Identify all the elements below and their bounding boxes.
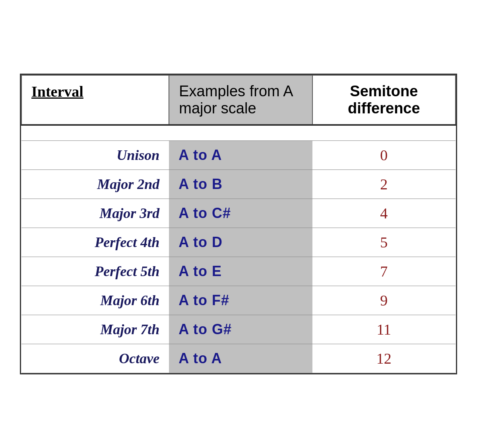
- semitone-cell: 7: [312, 257, 456, 286]
- examples-cell: A to B: [169, 170, 312, 199]
- interval-cell: Unison: [21, 141, 169, 170]
- semitone-cell: 2: [312, 170, 456, 199]
- semitone-cell: 11: [312, 315, 456, 344]
- semitone-cell: 5: [312, 228, 456, 257]
- music-intervals-table: Interval Examples from A major scale Sem…: [20, 74, 457, 375]
- examples-cell: A to D: [169, 228, 312, 257]
- interval-cell: Major 3rd: [21, 199, 169, 228]
- table-row: Perfect 5th A to E 7: [21, 257, 456, 286]
- semitone-cell: 9: [312, 286, 456, 315]
- interval-cell: Octave: [21, 344, 169, 373]
- interval-cell: Perfect 4th: [21, 228, 169, 257]
- header-interval: Interval: [21, 75, 169, 125]
- table-row: Major 2nd A to B 2: [21, 170, 456, 199]
- table-header-row: Interval Examples from A major scale Sem…: [21, 75, 456, 125]
- examples-cell: A to G#: [169, 315, 312, 344]
- interval-cell: Major 7th: [21, 315, 169, 344]
- table-row: Octave A to A 12: [21, 344, 456, 373]
- table-row: Major 6th A to F# 9: [21, 286, 456, 315]
- examples-cell: A to F#: [169, 286, 312, 315]
- header-examples: Examples from A major scale: [169, 75, 312, 125]
- semitone-cell: 0: [312, 141, 456, 170]
- spacer-row: [21, 125, 456, 141]
- examples-cell: A to A: [169, 344, 312, 373]
- table-row: Perfect 4th A to D 5: [21, 228, 456, 257]
- examples-cell: A to C#: [169, 199, 312, 228]
- header-semitone: Semitone difference: [312, 75, 456, 125]
- table-row: Major 3rd A to C# 4: [21, 199, 456, 228]
- interval-cell: Major 6th: [21, 286, 169, 315]
- interval-cell: Major 2nd: [21, 170, 169, 199]
- interval-cell: Perfect 5th: [21, 257, 169, 286]
- semitone-cell: 4: [312, 199, 456, 228]
- semitone-cell: 12: [312, 344, 456, 373]
- examples-cell: A to E: [169, 257, 312, 286]
- table-row: Major 7th A to G# 11: [21, 315, 456, 344]
- table-row: Unison A to A 0: [21, 141, 456, 170]
- examples-cell: A to A: [169, 141, 312, 170]
